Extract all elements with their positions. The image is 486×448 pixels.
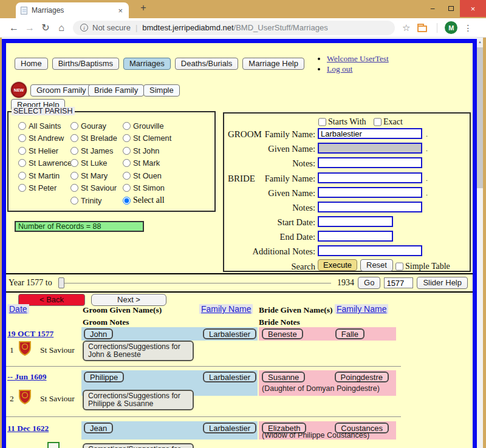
parish-radio[interactable] bbox=[70, 122, 78, 130]
parish-radio[interactable] bbox=[123, 184, 131, 192]
parish-crest-icon[interactable] bbox=[18, 389, 32, 405]
home-icon[interactable]: ⌂ bbox=[53, 22, 69, 33]
sort-groom-family-header[interactable]: Family Name bbox=[199, 304, 253, 314]
row-number: 2 bbox=[10, 394, 14, 404]
parish-radio[interactable] bbox=[123, 122, 131, 130]
groom-family-button[interactable]: Larbalestier bbox=[203, 423, 256, 433]
nav-births-button[interactable]: Births/Baptisms bbox=[52, 58, 119, 70]
nav-home-button[interactable]: Home bbox=[15, 58, 48, 70]
groom-family-button[interactable]: Larbalestier bbox=[203, 328, 256, 339]
groom-family-button[interactable]: Groom Family bbox=[30, 84, 92, 97]
nav-deaths-button[interactable]: Deaths/Burials bbox=[175, 58, 239, 70]
parish-radio[interactable] bbox=[18, 159, 26, 167]
marriage-date-link[interactable]: 11 Dec 1622 bbox=[7, 424, 49, 433]
groom-family-name-input[interactable] bbox=[318, 128, 422, 139]
parish-radio[interactable] bbox=[123, 147, 131, 155]
parish-radio[interactable] bbox=[123, 159, 131, 167]
parish-radio[interactable] bbox=[70, 159, 78, 167]
marriage-date-link[interactable]: 19 OCT 1577 bbox=[7, 329, 53, 339]
year-input[interactable] bbox=[384, 277, 413, 288]
simple-table-checkbox[interactable] bbox=[395, 262, 403, 271]
info-icon[interactable]: i bbox=[80, 24, 88, 32]
parish-option-label: St John bbox=[133, 146, 159, 155]
parish-radio-select-all[interactable] bbox=[123, 197, 131, 205]
browser-tab[interactable]: Marriages × bbox=[16, 2, 129, 18]
slider-help-button[interactable]: Slider Help bbox=[417, 277, 468, 289]
bride-family-button[interactable]: Poingdestre bbox=[335, 372, 389, 382]
parish-radio[interactable] bbox=[18, 147, 26, 155]
window-maximize-button[interactable] bbox=[442, 0, 460, 17]
window-close-button[interactable]: × bbox=[460, 0, 486, 17]
parish-radio[interactable] bbox=[70, 197, 78, 205]
tab-close-icon[interactable]: × bbox=[117, 6, 124, 15]
parish-radio[interactable] bbox=[70, 134, 78, 142]
starts-with-checkbox[interactable] bbox=[318, 117, 326, 127]
go-button[interactable]: Go bbox=[358, 277, 380, 289]
omnibox-divider: | bbox=[135, 23, 137, 32]
parish-radio[interactable] bbox=[123, 134, 131, 142]
bride-given-button[interactable]: Beneste bbox=[262, 328, 303, 339]
scrollbar-thumb[interactable] bbox=[477, 47, 483, 188]
start-date-input[interactable] bbox=[318, 216, 393, 227]
parish-radio[interactable] bbox=[70, 184, 78, 192]
reload-icon[interactable]: ↻ bbox=[38, 22, 53, 33]
corrections-button[interactable]: Corrections/Suggestions for Philippe & S… bbox=[83, 390, 194, 410]
welcome-user-link[interactable]: Welcome UserTest bbox=[327, 54, 389, 63]
slider-thumb[interactable] bbox=[58, 277, 64, 288]
tab-title: Marriages bbox=[32, 6, 117, 15]
additional-notes-input[interactable] bbox=[318, 245, 422, 256]
bride-family-name-input[interactable] bbox=[318, 172, 422, 183]
window-minimize-button[interactable]: – bbox=[423, 0, 442, 17]
bookmark-star-icon[interactable]: ☆ bbox=[402, 22, 410, 33]
simple-table-label: Simple Table bbox=[405, 262, 450, 271]
bride-family-button[interactable]: Falle bbox=[335, 328, 364, 339]
parish-radio[interactable] bbox=[18, 172, 26, 180]
parish-radio[interactable] bbox=[18, 134, 26, 142]
menu-dots-icon[interactable]: ⋮ bbox=[464, 23, 472, 33]
parish-crest-icon[interactable] bbox=[47, 442, 60, 448]
bride-family-button[interactable]: Bride Family bbox=[88, 84, 144, 97]
nav-marriages-button[interactable]: Marriages bbox=[123, 58, 171, 70]
parish-radio[interactable] bbox=[123, 172, 131, 180]
logout-link[interactable]: Log out bbox=[327, 64, 352, 73]
next-page-button[interactable]: Next > bbox=[91, 294, 166, 306]
bride-given-button[interactable]: Susanne bbox=[262, 372, 305, 382]
bride-notes-input[interactable] bbox=[318, 202, 422, 212]
scrollbar-up-icon[interactable]: ▲ bbox=[477, 38, 483, 44]
sort-bride-family-header[interactable]: Family Name bbox=[335, 304, 388, 314]
marriage-date-link[interactable]: -- Jun 1609 bbox=[7, 372, 47, 382]
browser-titlebar: Marriages × + – × bbox=[0, 0, 486, 18]
nav-marriage-help-button[interactable]: Marriage Help bbox=[242, 58, 304, 70]
bride-given-name-input[interactable] bbox=[318, 187, 422, 198]
parish-crest-icon[interactable] bbox=[18, 341, 32, 356]
exact-checkbox[interactable] bbox=[374, 117, 382, 127]
corrections-button[interactable]: Corrections/Suggestions for John & Benes… bbox=[83, 341, 194, 361]
groom-notes-input[interactable] bbox=[318, 157, 422, 168]
page-scrollbar[interactable]: ▲ bbox=[477, 38, 483, 448]
new-tab-button[interactable]: + bbox=[136, 2, 151, 13]
groom-family-button[interactable]: Larbalestier bbox=[203, 372, 256, 382]
year-slider[interactable] bbox=[58, 277, 331, 288]
end-date-input[interactable] bbox=[318, 231, 393, 242]
parish-radio[interactable] bbox=[70, 172, 78, 180]
search-fieldset: Starts With Exact GROOM Family Name: . G… bbox=[223, 112, 471, 272]
execute-button[interactable]: Execute bbox=[318, 259, 357, 271]
groom-given-button[interactable]: John bbox=[84, 328, 113, 339]
back-icon[interactable]: ← bbox=[6, 22, 22, 33]
parish-option-label: St Martin bbox=[29, 171, 60, 180]
corrections-button[interactable]: Corrections/Suggestions for bbox=[83, 443, 194, 448]
bride-given-header: Bride Given Name(s) bbox=[259, 305, 332, 315]
forward-icon[interactable]: → bbox=[22, 22, 38, 33]
groom-given-button[interactable]: Philippe bbox=[84, 372, 124, 382]
folder-icon[interactable] bbox=[417, 25, 427, 32]
reset-button[interactable]: Reset bbox=[360, 259, 393, 271]
parish-radio[interactable] bbox=[18, 184, 26, 192]
sort-date-header[interactable]: Date bbox=[7, 304, 29, 314]
parish-radio[interactable] bbox=[18, 122, 26, 130]
window-frame-left bbox=[0, 38, 2, 448]
simple-button[interactable]: Simple bbox=[143, 84, 180, 97]
groom-given-button[interactable]: Jean bbox=[84, 423, 113, 433]
profile-avatar[interactable]: M bbox=[445, 21, 457, 34]
parish-radio[interactable] bbox=[70, 147, 78, 155]
address-bar[interactable]: i Not secure | bmdtest.jerripediabmd.net… bbox=[73, 21, 395, 35]
